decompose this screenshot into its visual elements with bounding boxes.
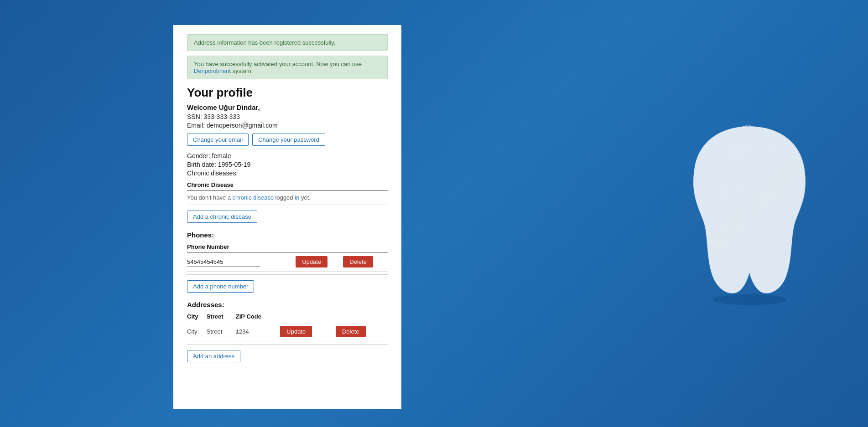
phone-table-header: Phone Number xyxy=(187,242,296,252)
address-delete-cell: Delete xyxy=(336,322,388,341)
chronic-diseases-label: Chronic diseases: xyxy=(187,170,388,177)
denpointment-link[interactable]: Denpointment xyxy=(194,67,231,74)
phone-update-button[interactable]: Update xyxy=(296,256,327,268)
phone-update-cell: Update xyxy=(296,252,343,272)
profile-email: Email: demoperson@gmail.com xyxy=(187,122,388,129)
phones-table: Phone Number Update Delete xyxy=(187,242,388,272)
phones-divider xyxy=(187,274,388,275)
phone-number-cell xyxy=(187,252,296,272)
add-address-row: Add an address xyxy=(187,350,388,362)
address-zip-header: ZIP Code xyxy=(236,311,281,322)
chronic-in-link[interactable]: in xyxy=(295,194,299,201)
address-update-cell: Update xyxy=(280,322,336,341)
profile-birthdate: Birth date: 1995-05-19 xyxy=(187,161,388,168)
address-city-header: City xyxy=(187,311,207,322)
profile-card: Address information has been registered … xyxy=(173,25,401,409)
profile-action-buttons: Change your email Change your password xyxy=(187,134,388,146)
add-phone-number-row: Add a phone number xyxy=(187,280,388,293)
address-city-cell: City xyxy=(187,322,207,341)
add-address-button[interactable]: Add an address xyxy=(187,350,240,362)
profile-gender: Gender: female xyxy=(187,152,388,159)
page-wrapper: Address information has been registered … xyxy=(0,0,868,427)
birthdate-value: 1995-05-19 xyxy=(218,161,251,168)
alert-address-text: Address information has been registered … xyxy=(194,39,335,46)
change-password-button[interactable]: Change your password xyxy=(252,134,325,146)
phones-section-heading: Phones: xyxy=(187,231,388,239)
addresses-section-heading: Addresses: xyxy=(187,301,388,309)
address-street-cell: Street xyxy=(207,322,236,341)
chronic-no-data-text: You don't have a chronic disease logged … xyxy=(187,190,388,205)
address-row: City Street 1234 Update Delete xyxy=(187,322,388,341)
chronic-table-header: Chronic Disease xyxy=(187,180,388,190)
gender-value: female xyxy=(212,152,231,159)
email-label: Email: xyxy=(187,122,205,129)
phone-row: Update Delete xyxy=(187,252,388,272)
profile-title: Your profile xyxy=(187,86,388,100)
add-chronic-disease-button[interactable]: Add a chronic disease xyxy=(187,211,257,223)
address-update-button[interactable]: Update xyxy=(280,326,312,337)
alert-activation-text: You have successfully activated your acc… xyxy=(194,61,362,74)
address-delete-button[interactable]: Delete xyxy=(336,326,366,337)
chronic-no-data-row: You don't have a chronic disease logged … xyxy=(187,190,388,205)
phone-number-input[interactable] xyxy=(187,257,260,267)
profile-ssn: SSN: 333-333-333 xyxy=(187,113,388,120)
ssn-label: SSN: xyxy=(187,113,202,120)
chronic-diseases-table: Chronic Disease You don't have a chronic… xyxy=(187,180,388,205)
add-chronic-disease-row: Add a chronic disease xyxy=(187,211,388,223)
gender-label: Gender: xyxy=(187,152,210,159)
alert-address-registered: Address information has been registered … xyxy=(187,34,388,51)
email-value: demoperson@gmail.com xyxy=(207,122,278,129)
addresses-table: City Street ZIP Code City Street 1234 Up… xyxy=(187,311,388,341)
change-email-button[interactable]: Change your email xyxy=(187,134,249,146)
addresses-divider xyxy=(187,344,388,345)
birthdate-label: Birth date: xyxy=(187,161,216,168)
address-zip-cell: 1234 xyxy=(236,322,281,341)
chronic-disease-link[interactable]: chronic disease xyxy=(233,194,274,201)
phone-delete-button[interactable]: Delete xyxy=(343,256,373,268)
address-street-header: Street xyxy=(207,311,236,322)
ssn-value: 333-333-333 xyxy=(204,113,240,120)
profile-welcome: Welcome Uğur Dindar, xyxy=(187,103,388,111)
phone-delete-cell: Delete xyxy=(343,252,388,272)
add-phone-number-button[interactable]: Add a phone number xyxy=(187,280,254,293)
alert-activation: You have successfully activated your acc… xyxy=(187,56,388,79)
